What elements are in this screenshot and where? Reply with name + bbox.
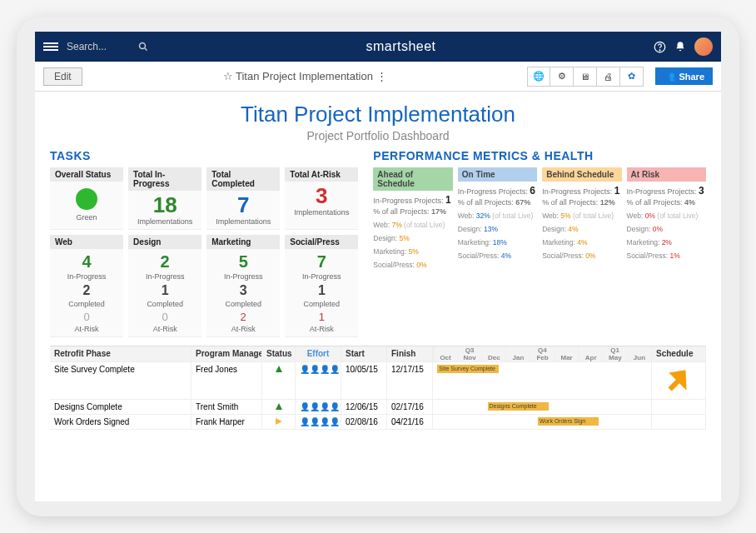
perf-heading: PERFORMANCE METRICS & HEALTH [373,149,706,162]
svg-point-3 [659,49,660,50]
summary-card: Total In-Progress18Implementations [128,167,201,230]
sliders-icon[interactable]: ⚙ [550,67,574,87]
brand-logo: smartsheet [157,39,645,54]
perf-column: Ahead of ScheduleIn-Progress Projects: 1… [373,167,452,269]
bell-icon[interactable] [674,41,686,52]
category-card: Marketing5In-Progress3Completed2At-Risk [206,235,280,337]
column-header: Effort [296,346,341,361]
column-header: Program Manager [191,346,262,361]
page-title: Titan Project Implementation [50,102,706,127]
breadcrumb: ☆ Titan Project Implementation ⋮ [89,70,521,82]
tasks-heading: TASKS [50,149,358,162]
svg-point-0 [140,43,146,49]
help-icon[interactable] [654,41,666,53]
category-card: Social/Press7In-Progress1Completed1At-Ri… [285,235,358,337]
perf-column: On TimeIn-Progress Projects: 6% of all P… [458,167,537,269]
monitor-icon[interactable]: 🖥 [574,67,597,87]
column-header: Retrofit Phase [50,346,191,361]
table-row[interactable]: Work Orders SignedFrank Harper👤👤👤👤02/08/… [50,415,706,430]
status-indicator [76,188,97,210]
table-row[interactable]: Designs CompleteTrent Smith👤👤👤👤12/06/150… [50,400,706,415]
arrow-right-icon [276,418,282,425]
search-icon[interactable] [138,42,148,52]
table-row[interactable]: Site Survey CompleteFred Jones👤👤👤👤10/05/… [50,362,706,400]
print-icon[interactable]: 🖨 [597,67,620,87]
column-header: Q3Q4Q1OctNovDecJanFebMarAprMayJun [433,346,652,361]
summary-card: Overall StatusGreen [50,167,123,230]
gear-icon[interactable]: ✿ [620,67,644,87]
column-header: Schedule [652,346,706,361]
menu-icon[interactable] [43,41,58,52]
trend-arrow-icon [661,362,696,397]
search-input[interactable] [67,41,133,52]
perf-column: At RiskIn-Progress Projects: 3% of all P… [627,167,706,269]
column-header: Status [262,346,296,361]
arrow-up-icon [276,366,282,372]
column-header: Start [341,346,387,361]
summary-card: Total At-Risk3Implementations [285,167,358,230]
avatar[interactable] [694,37,713,56]
svg-line-1 [145,48,147,51]
category-card: Web4In-Progress2Completed0At-Risk [50,235,123,337]
page-subtitle: Project Portfolio Dashboard [50,129,706,142]
category-card: Design2In-Progress1Completed0At-Risk [128,235,201,337]
perf-column: Behind ScheduleIn-Progress Projects: 1% … [542,167,621,269]
column-header: Finish [387,346,433,361]
share-button[interactable]: 👥 Share [655,67,713,85]
globe-icon[interactable]: 🌐 [527,67,550,87]
edit-button[interactable]: Edit [43,67,82,86]
summary-card: Total Completed7Implementations [206,167,280,230]
arrow-up-icon [276,403,282,410]
